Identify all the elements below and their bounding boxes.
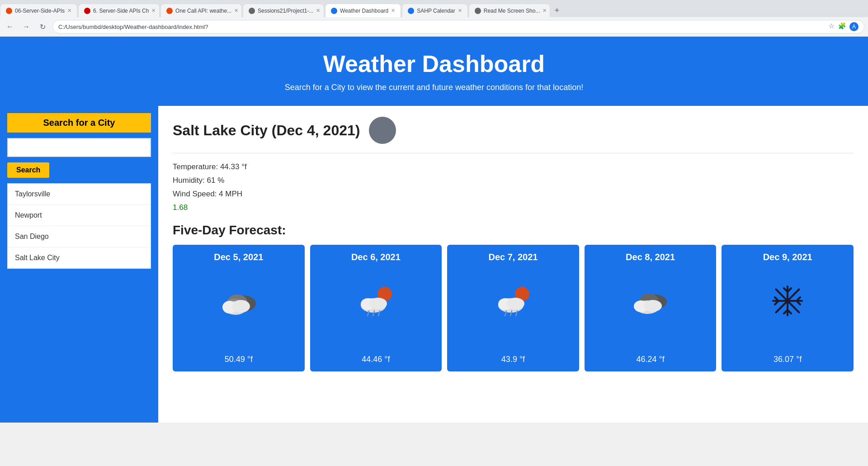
- tab-close-icon[interactable]: ✕: [391, 8, 395, 14]
- forecast-card-day1: Dec 5, 2021 50.49 °f: [173, 245, 305, 371]
- forecast-title: Five-Day Forecast:: [173, 223, 854, 238]
- forecast-temp-day3: 43.9 °f: [501, 349, 525, 364]
- address-bar-row: ← → ↻ C:/Users/bumbd/desktop/Weather-das…: [0, 17, 868, 36]
- temperature-detail: Temperature: 44.33 °f: [173, 162, 854, 171]
- tab-weather-dashboard[interactable]: Weather Dashboard ✕: [325, 4, 401, 17]
- forecast-temp-day2: 44.46 °f: [362, 349, 390, 364]
- humidity-detail: Humidity: 61 %: [173, 176, 854, 185]
- app-header: Weather Dashboard Search for a City to v…: [0, 37, 868, 106]
- browser-chrome: 06-Server-Side-APIs ✕ 6. Server-Side API…: [0, 0, 868, 37]
- profile-icon[interactable]: A: [849, 22, 859, 31]
- current-weather-icon: [369, 117, 396, 144]
- svg-point-9: [369, 298, 387, 309]
- sidebar: Search for a City Search Taylorsville Ne…: [0, 106, 158, 423]
- forecast-date-day5: Dec 9, 2021: [763, 252, 812, 262]
- forward-button[interactable]: →: [20, 20, 33, 33]
- app-subtitle: Search for a City to view the current an…: [9, 83, 859, 92]
- forecast-icon-day4: [630, 285, 671, 316]
- tab-label: Sessions21/Project1-...: [258, 8, 313, 14]
- city-item-newport[interactable]: Newport: [8, 205, 151, 226]
- tab-close-icon[interactable]: ✕: [151, 8, 156, 14]
- city-list: Taylorsville Newport San Diego Salt Lake…: [7, 183, 151, 269]
- reload-button[interactable]: ↻: [36, 20, 49, 33]
- tab-sahp-calendar[interactable]: SAHP Calendar ✕: [402, 4, 468, 17]
- back-button[interactable]: ←: [4, 20, 16, 33]
- tab-favicon: [249, 8, 255, 14]
- tab-close-icon[interactable]: ✕: [458, 8, 462, 14]
- tab-server-apis[interactable]: 06-Server-Side-APIs ✕: [0, 4, 77, 17]
- forecast-date-day4: Dec 8, 2021: [626, 252, 675, 262]
- tab-favicon: [331, 8, 337, 14]
- tab-label: Weather Dashboard: [340, 8, 388, 14]
- tab-label: 6. Server-Side APIs Ch: [93, 8, 149, 14]
- forecast-date-day2: Dec 6, 2021: [351, 252, 401, 262]
- tab-sessions21[interactable]: Sessions21/Project1-... ✕: [243, 4, 324, 17]
- app-title: Weather Dashboard: [9, 50, 859, 77]
- forecast-icon-day3: [493, 283, 533, 319]
- forecast-temp-day5: 36.07 °f: [774, 349, 802, 364]
- tab-favicon: [6, 8, 12, 14]
- forecast-temp-day4: 46.24 °f: [636, 349, 664, 364]
- tab-label: Read Me Screen Sho...: [484, 8, 540, 14]
- forecast-temp-day1: 50.49 °f: [225, 349, 253, 364]
- wind-speed-detail: Wind Speed: 4 MPH: [173, 190, 854, 199]
- tab-label: SAHP Calendar: [417, 8, 455, 14]
- forecast-card-day5: Dec 9, 2021: [722, 245, 854, 371]
- current-weather: Salt Lake City (Dec 4, 2021): [173, 117, 854, 153]
- weather-details: Temperature: 44.33 °f Humidity: 61 % Win…: [173, 162, 854, 212]
- search-button[interactable]: Search: [7, 162, 49, 178]
- uv-index-detail: 1.68: [173, 203, 854, 212]
- tab-label: 06-Server-Side-APIs: [15, 8, 65, 14]
- tab-favicon: [475, 8, 481, 14]
- forecast-card-day2: Dec 6, 2021 44.46 °f: [310, 245, 442, 371]
- tab-bar: 06-Server-Side-APIs ✕ 6. Server-Side API…: [0, 0, 868, 17]
- forecast-card-day3: Dec 7, 2021 43.9 °f: [447, 245, 579, 371]
- tab-server-apis-ch[interactable]: 6. Server-Side APIs Ch ✕: [78, 4, 160, 17]
- forecast-cards: Dec 5, 2021 50.49 °f: [173, 245, 854, 371]
- address-text: C:/Users/bumbd/desktop/Weather-dashboard…: [58, 24, 829, 30]
- tab-close-icon[interactable]: ✕: [316, 8, 320, 14]
- forecast-date-day3: Dec 7, 2021: [488, 252, 538, 262]
- forecast-icon-day2: [355, 283, 396, 319]
- forecast-date-day1: Dec 5, 2021: [214, 252, 263, 262]
- forecast-card-day4: Dec 8, 2021 46.24 °f: [585, 245, 717, 371]
- svg-point-5: [232, 300, 250, 313]
- tab-label: One Call API: weathe...: [175, 8, 231, 14]
- city-item-taylorsville[interactable]: Taylorsville: [8, 184, 151, 205]
- tab-favicon: [408, 8, 414, 14]
- svg-point-37: [785, 299, 790, 303]
- address-bar[interactable]: C:/Users/bumbd/desktop/Weather-dashboard…: [52, 20, 864, 33]
- forecast-icon-day1: [218, 285, 259, 316]
- tab-close-icon[interactable]: ✕: [67, 8, 71, 14]
- forecast-icon-day5: [769, 283, 806, 319]
- address-bar-icons: ☆ 🧩 A: [829, 22, 859, 31]
- tab-close-icon[interactable]: ✕: [542, 8, 547, 14]
- svg-point-16: [506, 298, 524, 309]
- tab-one-call-api[interactable]: One Call API: weathe... ✕: [160, 4, 242, 17]
- main-content: Search for a City Search Taylorsville Ne…: [0, 106, 868, 423]
- svg-point-24: [644, 300, 662, 312]
- city-item-salt-lake-city[interactable]: Salt Lake City: [8, 247, 151, 268]
- tab-close-icon[interactable]: ✕: [234, 8, 238, 14]
- extensions-icon[interactable]: 🧩: [838, 22, 846, 31]
- search-input[interactable]: [7, 138, 151, 157]
- sidebar-title: Search for a City: [7, 113, 151, 133]
- tab-favicon: [166, 8, 173, 14]
- tab-readme[interactable]: Read Me Screen Sho... ✕: [469, 4, 550, 17]
- city-item-san-diego[interactable]: San Diego: [8, 226, 151, 247]
- new-tab-button[interactable]: +: [551, 4, 563, 17]
- weather-panel: Salt Lake City (Dec 4, 2021) Temperature…: [158, 106, 868, 423]
- tab-favicon: [84, 8, 90, 14]
- bookmark-icon[interactable]: ☆: [829, 22, 835, 31]
- current-city-title: Salt Lake City (Dec 4, 2021): [173, 122, 360, 139]
